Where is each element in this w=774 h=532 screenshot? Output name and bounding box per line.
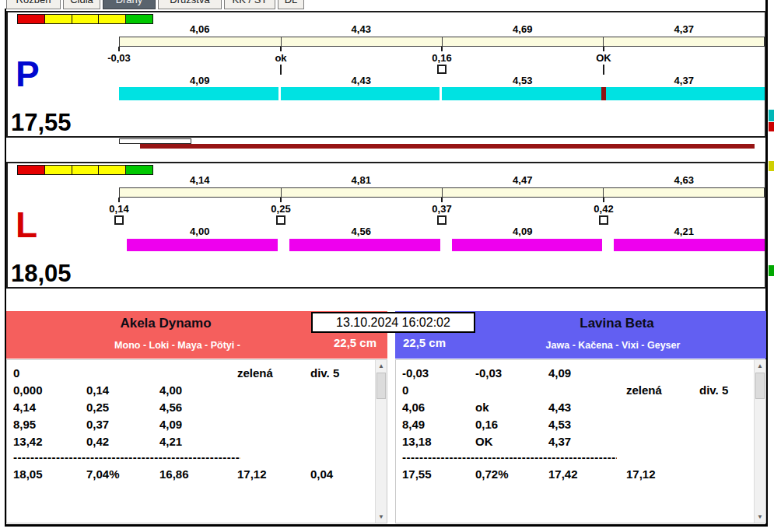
tab-rozbeh[interactable]: Rozběh <box>6 0 61 9</box>
split-value: 4,69 <box>442 23 604 35</box>
summary-cell: 0,72% <box>475 467 509 481</box>
jump-height: 22,5 cm <box>334 336 376 349</box>
split-checkbox[interactable] <box>276 215 285 225</box>
status-cell-green <box>126 15 152 23</box>
marker-label: ok <box>246 52 316 64</box>
split-value: 4,47 <box>442 174 604 186</box>
marker-label: 0,37 <box>407 203 477 215</box>
result-cell: zelená <box>626 383 662 397</box>
summary-cell: 16,86 <box>159 467 189 481</box>
status-cell-red <box>18 166 45 174</box>
scroll-up-icon[interactable]: ▲ <box>755 360 765 372</box>
team-name: Lavina Beta <box>473 316 761 331</box>
marker-group: 0,42 <box>569 198 639 226</box>
split-value: 4,81 <box>281 174 443 186</box>
status-cell-yellow <box>99 15 126 23</box>
marker-checkbox-wrap <box>246 215 316 226</box>
scrollbar[interactable]: ▲ ▼ <box>375 360 387 523</box>
lane-l-panel: 4,14 4,81 4,47 4,63 0,14 0,25 0,37 0 <box>6 162 766 289</box>
scroll-up-icon[interactable]: ▲ <box>376 360 387 372</box>
status-cell-yellow <box>45 15 72 23</box>
marker-checkbox-wrap <box>407 65 477 75</box>
result-cell: 4,09 <box>548 366 571 380</box>
bar-gap <box>278 239 289 251</box>
result-cell: 4,56 <box>159 401 182 414</box>
summary-cell: 18,05 <box>13 467 43 481</box>
marker-tick-icon <box>118 198 120 202</box>
tab-label: Dráhy <box>103 0 155 9</box>
scroll-thumb[interactable] <box>376 373 386 399</box>
upper-splits-row: 4,06 4,43 4,69 4,37 <box>119 23 765 35</box>
result-cell: 4,00 <box>159 383 182 397</box>
bar-segment <box>289 239 440 251</box>
time-scale-bar <box>119 187 765 198</box>
result-cell: -0,03 <box>402 366 429 380</box>
result-cell: 0,25 <box>86 401 109 414</box>
background-fragment <box>769 265 774 276</box>
timestamp: 13.10.2024 16:02:02 <box>336 316 450 329</box>
summary-cell: 0,04 <box>310 467 333 481</box>
marker-label: OK <box>569 52 639 64</box>
result-cell: OK <box>475 435 493 448</box>
result-cell: -0,03 <box>475 366 502 380</box>
tab-cidla[interactable]: Čidla <box>63 0 100 9</box>
split-checkbox[interactable] <box>437 215 447 225</box>
summary-row: 17,55 0,72% 17,42 17,12 <box>396 467 765 483</box>
screen: Rozběh Čidla Dráhy Družstva KK / ST DL 4… <box>0 0 774 532</box>
split-checkbox[interactable] <box>437 65 447 74</box>
team-members: Mono - Loki - Maya - Pötyi - <box>6 340 348 351</box>
result-divider: ----------------------------------------… <box>402 450 617 464</box>
result-cell: div. 5 <box>310 366 339 380</box>
lower-splits-row: 4,09 4,43 4,53 4,37 <box>119 75 765 86</box>
result-cell: 4,43 <box>548 401 571 414</box>
scale-separator <box>603 37 604 47</box>
result-cell: 0,16 <box>475 418 498 431</box>
split-checkbox[interactable] <box>599 215 608 225</box>
result-cell: 13,42 <box>13 435 43 448</box>
split-value: 4,56 <box>281 226 443 237</box>
marker-group: OK <box>569 47 639 75</box>
tab-label: Čidla <box>64 0 100 9</box>
split-value: 4,63 <box>604 174 765 186</box>
marker-group: 0,14 <box>84 198 154 226</box>
marker-tick-icon <box>603 198 604 202</box>
result-row: 4,06 ok 4,43 <box>396 401 765 416</box>
tab-label: Rozběh <box>7 0 60 9</box>
tab-druzstva[interactable]: Družstva <box>158 0 222 9</box>
background-fragment <box>769 161 774 171</box>
result-row: 8,95 0,37 4,09 <box>7 418 387 433</box>
split-checkbox[interactable] <box>114 215 124 225</box>
result-cell: 4,37 <box>548 435 571 448</box>
result-cell: 4,53 <box>548 418 571 431</box>
result-row: 8,49 0,16 4,53 <box>396 418 765 433</box>
split-value: 4,21 <box>604 226 765 237</box>
tab-drahy[interactable]: Dráhy <box>103 0 156 9</box>
scroll-thumb[interactable] <box>755 373 765 399</box>
progress-bar <box>140 144 755 149</box>
bar-gap <box>602 239 614 251</box>
lane-total-time: 17,55 <box>11 110 72 135</box>
marker-tick-icon <box>280 65 282 75</box>
scale-separator <box>281 37 282 47</box>
scrollbar[interactable]: ▲ ▼ <box>754 360 765 523</box>
bar-gap <box>440 239 452 251</box>
marker-tick-icon <box>280 47 282 51</box>
lane-letter: P <box>16 56 40 92</box>
scroll-down-icon[interactable]: ▼ <box>376 511 387 523</box>
status-cell-yellow <box>99 166 126 174</box>
scale-separator <box>603 187 604 198</box>
scale-separator <box>442 187 443 198</box>
status-cell-red <box>18 15 45 23</box>
results-panel-left: 0 zelená div. 5 0,000 0,14 4,00 4,14 0,2… <box>6 359 387 523</box>
lane-total-time: 18,05 <box>11 261 72 285</box>
marker-group: 0,37 <box>407 198 477 226</box>
marker-tick-icon <box>441 47 443 51</box>
summary-cell: 17,55 <box>402 467 432 481</box>
scroll-down-icon[interactable]: ▼ <box>755 511 765 523</box>
result-cell: 4,09 <box>159 418 182 431</box>
scale-separator <box>281 187 282 198</box>
tab-kk-st[interactable]: KK / ST <box>224 0 275 9</box>
tab-dl[interactable]: DL <box>278 0 304 9</box>
split-value: 4,06 <box>119 23 281 35</box>
tab-label: Družstva <box>159 0 221 9</box>
